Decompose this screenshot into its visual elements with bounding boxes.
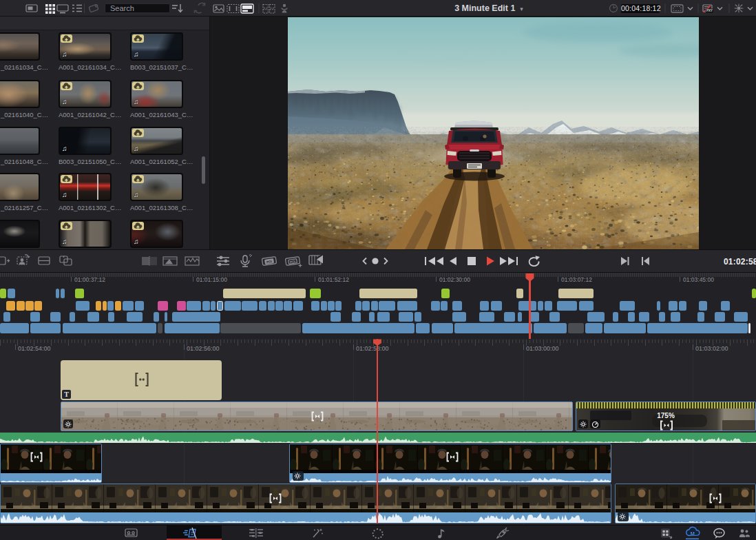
svg-text:PXY: PXY bbox=[706, 9, 713, 12]
